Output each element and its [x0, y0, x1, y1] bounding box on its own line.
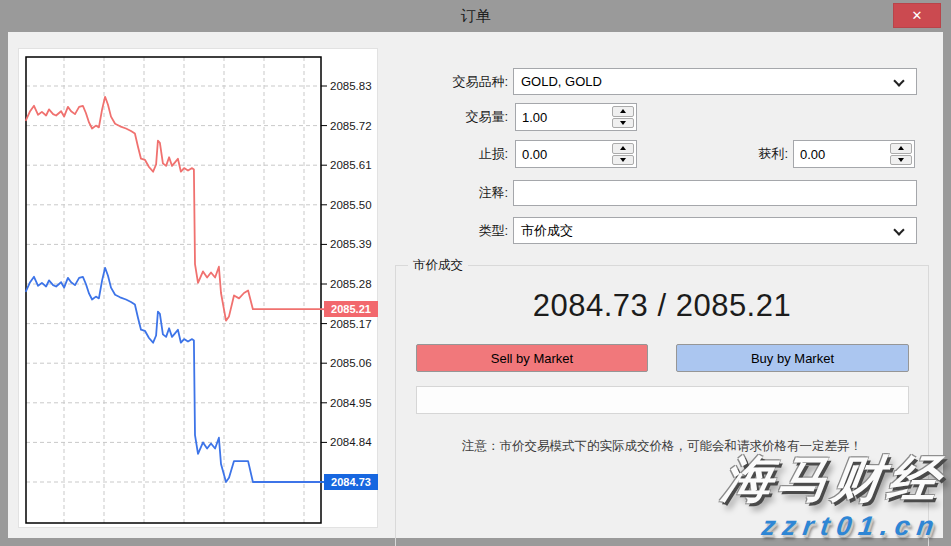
close-button[interactable]: ✕	[893, 3, 941, 28]
order-type-select[interactable]: 市价成交	[513, 217, 917, 244]
volume-decrement-button[interactable]	[612, 118, 634, 129]
take-profit-input[interactable]	[794, 141, 888, 167]
quote-display: 2084.73 / 2085.21	[396, 288, 928, 324]
notice-text: 注意：市价交易模式下的实际成交价格，可能会和请求价格有一定差异！	[396, 438, 928, 455]
svg-text:2085.39: 2085.39	[330, 238, 372, 250]
take-profit-stepper[interactable]	[793, 140, 915, 168]
symbol-label: 交易品种:	[388, 68, 508, 95]
buy-button[interactable]: Buy by Market	[676, 344, 909, 372]
price-chart-panel: 2085.832085.722085.612085.502085.392085.…	[18, 48, 378, 528]
close-icon: ✕	[912, 8, 923, 23]
sell-button[interactable]: Sell by Market	[416, 344, 648, 372]
chevron-down-icon	[893, 75, 904, 86]
bid-price-badge: 2084.73	[324, 474, 378, 490]
stop-loss-label: 止损:	[388, 140, 508, 168]
svg-text:2085.61: 2085.61	[330, 159, 372, 171]
comment-input[interactable]	[513, 180, 917, 206]
symbol-value: GOLD, GOLD	[521, 69, 602, 94]
svg-text:2085.50: 2085.50	[330, 199, 372, 211]
order-dialog-body: 2085.832085.722085.612085.502085.392085.…	[8, 32, 943, 538]
volume-increment-button[interactable]	[612, 106, 634, 117]
volume-stepper[interactable]	[515, 103, 637, 131]
take-profit-label: 获利:	[708, 140, 788, 168]
ask-price-badge: 2085.21	[324, 301, 378, 317]
svg-text:2085.28: 2085.28	[330, 278, 372, 290]
svg-text:2085.83: 2085.83	[330, 80, 372, 92]
arrow-up-icon	[620, 146, 626, 150]
stop-loss-input[interactable]	[516, 141, 610, 167]
stop-loss-decrement-button[interactable]	[612, 155, 634, 166]
volume-label: 交易量:	[388, 103, 508, 131]
market-execution-group: 市价成交 2084.73 / 2085.21 Sell by Market Bu…	[395, 265, 929, 546]
dialog-title: 订单	[0, 0, 951, 32]
svg-text:2084.84: 2084.84	[330, 436, 372, 448]
order-type-value: 市价成交	[521, 218, 573, 243]
status-box	[416, 386, 909, 414]
take-profit-increment-button[interactable]	[890, 143, 912, 154]
svg-text:2085.06: 2085.06	[330, 357, 372, 369]
svg-text:2085.72: 2085.72	[330, 120, 372, 132]
take-profit-decrement-button[interactable]	[890, 155, 912, 166]
price-chart: 2085.832085.722085.612085.502085.392085.…	[19, 49, 379, 529]
stop-loss-increment-button[interactable]	[612, 143, 634, 154]
chevron-down-icon	[893, 224, 904, 235]
titlebar: 订单 ✕	[0, 0, 951, 32]
arrow-down-icon	[898, 158, 904, 162]
symbol-select[interactable]: GOLD, GOLD	[513, 68, 917, 95]
svg-text:2085.17: 2085.17	[330, 318, 372, 330]
arrow-up-icon	[898, 146, 904, 150]
comment-label: 注释:	[388, 180, 508, 206]
arrow-down-icon	[620, 158, 626, 162]
volume-input[interactable]	[516, 104, 610, 130]
type-label: 类型:	[388, 217, 508, 244]
arrow-down-icon	[620, 121, 626, 125]
arrow-up-icon	[620, 109, 626, 113]
svg-text:2084.95: 2084.95	[330, 397, 372, 409]
group-title: 市价成交	[408, 257, 468, 274]
stop-loss-stepper[interactable]	[515, 140, 637, 168]
